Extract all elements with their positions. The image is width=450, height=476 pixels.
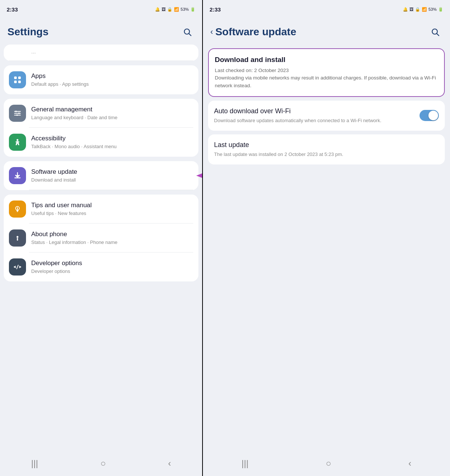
general-management-item[interactable]: General management Language and keyboard… (4, 99, 198, 128)
last-update-card: Last update The last update was installe… (208, 134, 445, 164)
accessibility-subtitle: TalkBack · Mono audio · Assistant menu (31, 143, 193, 150)
left-status-bar: 2:33 🔔 🖼 🔒 📶 53% 🔋 (0, 0, 202, 19)
about-phone-title: About phone (31, 230, 193, 238)
toggle-knob (428, 111, 438, 120)
right-nav-back[interactable]: ‹ (401, 455, 419, 472)
general-management-title: General management (31, 105, 193, 114)
right-app-header: ‹ Software update (203, 19, 450, 45)
apps-icon (9, 71, 26, 88)
tips-icon (9, 200, 26, 218)
notification-icon: 🔔 (155, 7, 160, 12)
accessibility-text: Accessibility TalkBack · Mono audio · As… (31, 134, 193, 150)
auto-download-title: Auto download over Wi-Fi (214, 107, 416, 115)
svg-rect-15 (17, 212, 18, 212)
tips-item[interactable]: Tips and user manual Useful tips · New f… (4, 195, 198, 224)
left-nav-recent[interactable]: ||| (24, 455, 46, 472)
gallery-icon: 🖼 (162, 7, 166, 12)
right-bottom-nav: ||| ○ ‹ (203, 454, 450, 476)
right-battery-icon: 🔋 (438, 7, 443, 12)
auto-download-card[interactable]: Auto download over Wi-Fi Download softwa… (208, 101, 445, 131)
back-button[interactable]: ‹ (210, 27, 213, 37)
about-phone-text: About phone Status · Legal information ·… (31, 230, 193, 246)
accessibility-item[interactable]: Accessibility TalkBack · Mono audio · As… (4, 128, 198, 157)
middle-card: General management Language and keyboard… (4, 99, 198, 157)
svg-point-9 (15, 111, 17, 112)
header-back-group: ‹ Software update (210, 26, 296, 38)
left-nav-home[interactable]: ○ (93, 455, 113, 472)
svg-rect-21 (17, 238, 18, 241)
svg-point-11 (16, 114, 18, 116)
left-nav-back[interactable]: ‹ (161, 455, 178, 472)
apps-title: Apps (31, 72, 193, 80)
right-content: Download and install Last checked on: 2 … (203, 45, 450, 454)
developer-options-subtitle: Developer options (31, 268, 193, 275)
svg-point-10 (18, 113, 20, 114)
truncated-card: ... (4, 45, 198, 61)
right-nav-recent[interactable]: ||| (234, 455, 256, 472)
accessibility-icon (9, 134, 26, 151)
developer-options-title: Developer options (31, 259, 193, 267)
svg-rect-4 (14, 81, 17, 83)
right-wifi-icon: 📶 (422, 7, 427, 12)
general-management-subtitle: Language and keyboard · Date and time (31, 114, 193, 121)
svg-line-24 (437, 34, 439, 36)
tips-text: Tips and user manual Useful tips · New f… (31, 201, 193, 217)
right-battery-pct: 53% (428, 7, 437, 12)
truncated-text: ... (31, 48, 36, 55)
general-management-text: General management Language and keyboard… (31, 105, 193, 121)
right-panel: 2:33 🔔 🖼 🔒 📶 53% 🔋 ‹ Software update Dow… (203, 0, 450, 476)
right-status-icons: 🔔 🖼 🔒 📶 53% 🔋 (403, 7, 443, 12)
software-update-subtitle: Download and install (31, 177, 193, 183)
truncated-item: ... (4, 45, 198, 61)
left-app-header: Settings (0, 19, 202, 45)
last-update-title: Last update (214, 141, 439, 149)
right-page-title: Software update (215, 26, 296, 38)
auto-download-text: Auto download over Wi-Fi Download softwa… (214, 107, 416, 124)
about-phone-icon (9, 229, 26, 247)
about-phone-subtitle: Status · Legal information · Phone name (31, 239, 193, 246)
download-install-card[interactable]: Download and install Last checked on: 2 … (208, 48, 445, 97)
auto-download-toggle[interactable] (420, 110, 439, 121)
svg-point-12 (17, 139, 19, 141)
right-time: 2:33 (210, 6, 221, 13)
software-update-item[interactable]: Software update Download and install (4, 161, 198, 190)
download-install-title: Download and install (215, 56, 438, 64)
apps-card: Apps Default apps · App settings (4, 65, 198, 94)
auto-download-desc: Download software updates automatically … (214, 117, 416, 124)
software-update-card: Software update Download and install (4, 161, 198, 190)
apps-item[interactable]: Apps Default apps · App settings (4, 65, 198, 94)
right-search-button[interactable] (428, 25, 443, 39)
download-install-desc: Last checked on: 2 October 2023 Download… (215, 67, 438, 89)
right-status-bar: 2:33 🔔 🖼 🔒 📶 53% 🔋 (203, 0, 450, 19)
developer-options-text: Developer options Developer options (31, 259, 193, 275)
apps-text: Apps Default apps · App settings (31, 72, 193, 88)
svg-point-19 (17, 209, 18, 210)
software-update-text: Software update Download and install (31, 168, 193, 183)
settings-list: ... Apps Default apps · App settings (0, 45, 202, 454)
svg-line-1 (189, 34, 191, 36)
developer-options-item[interactable]: Developer options Developer options (4, 252, 198, 281)
left-panel: 2:33 🔔 🖼 🔒 📶 53% 🔋 Settings ... (0, 0, 202, 476)
software-update-icon (9, 167, 26, 184)
battery-pct: 53% (181, 7, 189, 12)
about-phone-item[interactable]: About phone Status · Legal information ·… (4, 224, 198, 252)
svg-rect-14 (17, 211, 18, 212)
left-search-button[interactable] (180, 25, 195, 39)
tips-title: Tips and user manual (31, 201, 193, 209)
svg-rect-3 (18, 76, 21, 79)
last-update-desc: The last update was installed on 2 Octob… (214, 151, 439, 158)
svg-point-20 (17, 236, 19, 238)
battery-icon: 🔋 (190, 7, 195, 12)
left-page-title: Settings (7, 26, 48, 38)
right-nav-home[interactable]: ○ (318, 455, 339, 472)
left-time: 2:33 (7, 6, 18, 13)
wifi-icon: 📶 (174, 7, 179, 12)
developer-options-icon (9, 258, 26, 276)
right-lock-icon: 🔒 (415, 7, 420, 12)
left-bottom-nav: ||| ○ ‹ (0, 454, 202, 476)
svg-rect-2 (14, 76, 17, 79)
general-management-icon (9, 105, 26, 122)
lock-icon: 🔒 (167, 7, 172, 12)
bottom-card: Tips and user manual Useful tips · New f… (4, 195, 198, 281)
apps-subtitle: Default apps · App settings (31, 81, 193, 88)
